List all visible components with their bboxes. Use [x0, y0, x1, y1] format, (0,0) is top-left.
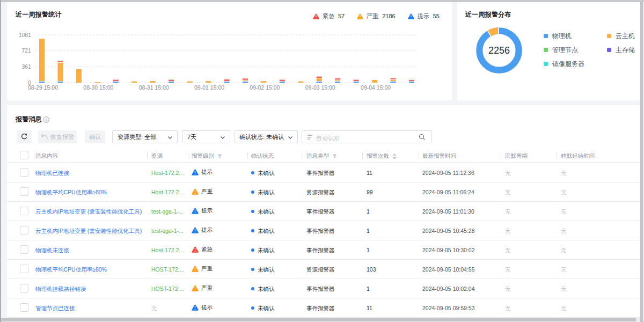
message-type: 事件报警器 [306, 228, 335, 235]
row-checkbox[interactable] [20, 168, 28, 177]
message-link[interactable]: 物理机挂载路径错误 [35, 286, 86, 293]
sort-carets-icon[interactable] [392, 153, 397, 159]
select-all-checkbox[interactable] [20, 151, 28, 159]
table-row: 云主机内IP地址变更 (需安装性能优化工具)test-qga-1-...提示未确… [7, 202, 640, 221]
latest-alarm-time: 2024-09-05 10:04:55 [422, 266, 475, 273]
column-header: 静默起始时间 [561, 152, 595, 160]
resource-link[interactable]: Host-172.2... [151, 189, 184, 195]
message-link[interactable]: 物理机未连接 [35, 247, 69, 254]
dist-legend-item[interactable]: 云主机 [607, 33, 635, 39]
silence-start-time: 无 [561, 170, 567, 177]
dist-legend-marker [544, 34, 548, 38]
svg-text:721: 721 [21, 47, 31, 54]
dist-legend-marker [544, 62, 548, 66]
silence-start-time: 无 [561, 266, 567, 274]
row-checkbox[interactable] [20, 187, 28, 196]
alarm-level: 严重 [192, 265, 213, 273]
ack-status-label: 未确认 [258, 189, 275, 195]
recover-alarm-button[interactable]: 恢复报警 [38, 130, 77, 143]
resource-link[interactable]: HOST-172.... [151, 286, 184, 292]
latest-alarm-time: 2024-09-05 09:59:53 [422, 305, 475, 311]
ack-status-label: 未确认 [258, 228, 275, 234]
column-header[interactable]: 报警级别 [192, 152, 222, 160]
alarm-level-label: 提示 [201, 226, 213, 234]
alarm-count: 11 [367, 305, 372, 311]
row-checkbox[interactable] [20, 226, 28, 235]
chevron-down-icon [220, 136, 225, 140]
message-type: 事件报警器 [306, 247, 335, 254]
alarm-level-label: 提示 [201, 207, 213, 215]
vertical-scrollbar[interactable] [640, 2, 644, 322]
silence-period: 无 [505, 228, 511, 235]
resource-link[interactable]: Host-172.2... [151, 170, 184, 176]
search-input[interactable]: 自动识别 [302, 130, 432, 143]
confirm-button[interactable]: 确认 [85, 130, 105, 143]
warning-triangle-icon [192, 208, 199, 214]
dist-legend-marker [544, 48, 548, 52]
alarm-level-label: 提示 [201, 169, 213, 176]
status-dot [251, 268, 254, 271]
column-header[interactable]: 消息类型 [306, 152, 337, 160]
row-checkbox[interactable] [20, 265, 28, 273]
undo-icon [41, 134, 48, 140]
latest-alarm-time: 2024-09-05 11:01:30 [422, 208, 474, 215]
dist-legend-item[interactable]: 镜像服务器 [544, 61, 584, 67]
table-row: 物理机已连接Host-172.2...提示未确认事件报警器112024-09-0… [7, 163, 640, 182]
silence-period: 无 [505, 170, 511, 177]
message-link[interactable]: 云主机内IP地址变更 (需安装性能优化工具) [35, 228, 142, 235]
ack-status: 未确认 [251, 189, 275, 196]
message-type: 事件报警器 [306, 170, 335, 177]
silence-start-time: 无 [561, 208, 567, 216]
filter-funnel-icon[interactable] [217, 154, 222, 159]
column-header: 消息内容 [35, 152, 58, 160]
search-icon[interactable] [419, 134, 426, 141]
column-header-label: 沉默周期 [505, 152, 528, 160]
row-checkbox[interactable] [20, 245, 28, 254]
column-header[interactable]: 报警次数 [367, 152, 397, 160]
status-dot [251, 229, 254, 232]
refresh-button[interactable] [17, 130, 32, 143]
period-value: 7天 [187, 133, 196, 141]
dist-legend-item[interactable]: 主存储 [607, 47, 635, 53]
ack-status-select[interactable]: 确认状态: 未确认 [235, 130, 298, 143]
warning-triangle-icon [192, 227, 199, 233]
resource-link[interactable]: test-qga-1-... [151, 228, 184, 234]
dist-legend-item[interactable]: 管理节点 [544, 47, 578, 53]
column-header: 资源 [151, 152, 163, 160]
row-checkbox[interactable] [20, 284, 28, 292]
window-left-edge [0, 0, 1, 322]
silence-start-time: 无 [561, 189, 567, 196]
ack-status: 未确认 [251, 266, 275, 274]
column-separator [419, 152, 419, 159]
resource-link[interactable]: test-qga-1-... [151, 208, 184, 215]
message-link[interactable]: 物理机已连接 [35, 170, 69, 177]
message-link[interactable]: 管理节点已连接 [35, 305, 75, 312]
horizontal-scrollbar[interactable] [1, 318, 640, 322]
message-link[interactable]: 云主机内IP地址变更 (需安装性能优化工具) [35, 208, 142, 216]
resource-type-select[interactable]: 资源类型: 全部 [112, 130, 178, 143]
ack-status: 未确认 [251, 286, 275, 293]
warning-triangle-icon [192, 285, 199, 291]
message-link[interactable]: 物理机平均CPU使用率≥80% [35, 189, 107, 196]
vertical-scrollbar-thumb[interactable] [640, 2, 643, 322]
resource-link[interactable]: Host-172.2... [151, 247, 184, 253]
silence-start-time: 无 [561, 305, 567, 312]
row-checkbox[interactable] [20, 207, 28, 215]
column-separator [247, 152, 248, 159]
info-icon[interactable] [43, 116, 49, 123]
chevron-down-icon [288, 136, 293, 140]
dist-legend-item[interactable]: 物理机 [544, 33, 572, 39]
message-link[interactable]: 物理机平均CPU使用率≥80% [35, 266, 107, 274]
silence-period: 无 [505, 208, 511, 216]
status-dot [251, 210, 254, 213]
resource-link[interactable]: HOST-172.... [151, 266, 184, 273]
status-dot [251, 306, 254, 310]
ack-status-label: 未确认 [258, 286, 275, 292]
silence-start-time: 无 [561, 228, 567, 235]
alarm-level-label: 严重 [201, 188, 213, 195]
horizontal-scrollbar-thumb[interactable] [1, 318, 636, 321]
dist-legend-label: 镜像服务器 [552, 60, 584, 69]
period-select[interactable]: 7天 [182, 130, 230, 143]
filter-funnel-icon[interactable] [332, 154, 337, 159]
row-checkbox[interactable] [20, 303, 28, 312]
